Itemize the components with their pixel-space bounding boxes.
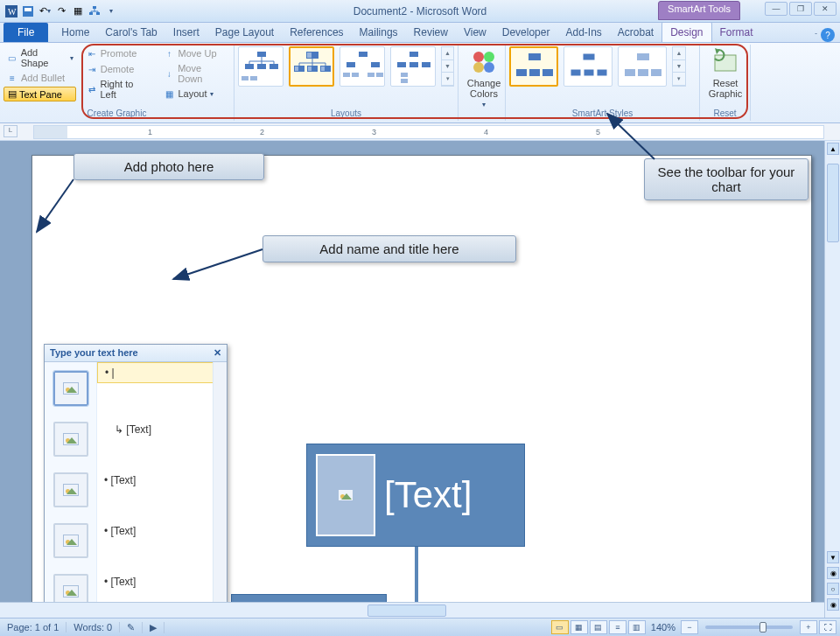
horizontal-ruler[interactable]: 1 2 3 4 5	[33, 125, 824, 139]
horizontal-scrollbar[interactable]	[0, 602, 824, 618]
text-pane-item-1[interactable]: • |	[97, 362, 227, 383]
move-up-button[interactable]: ↑Move Up	[161, 46, 231, 60]
thumb-4[interactable]	[53, 523, 88, 558]
tab-references[interactable]: References	[282, 23, 351, 42]
thumb-3[interactable]	[53, 472, 88, 507]
minimize-ribbon-icon[interactable]: ˇ	[815, 31, 817, 39]
vertical-scroll-thumb[interactable]	[827, 164, 839, 242]
svg-rect-4	[93, 6, 96, 9]
tab-design[interactable]: Design	[662, 22, 711, 42]
file-tab[interactable]: File	[4, 23, 48, 42]
zoom-fit-button[interactable]: ⛶	[819, 620, 836, 634]
word-app-icon[interactable]: W	[4, 3, 19, 19]
style-option-2[interactable]	[564, 46, 612, 87]
layout-option-3[interactable]	[340, 46, 385, 87]
zoom-out-button[interactable]: −	[681, 620, 698, 634]
spinner-down-icon[interactable]: ▼	[442, 60, 453, 73]
smartart-root-node[interactable]: [Text]	[306, 444, 525, 547]
restore-button[interactable]: ❐	[789, 2, 812, 16]
status-page[interactable]: Page: 1 of 1	[0, 622, 66, 633]
tab-review[interactable]: Review	[406, 23, 456, 42]
view-outline[interactable]: ≡	[609, 620, 626, 634]
view-print-layout[interactable]: ▭	[551, 620, 569, 634]
thumb-2[interactable]	[53, 422, 88, 457]
layout-button[interactable]: ▦Layout▾	[161, 87, 231, 101]
text-pane-item-2[interactable]: ↳ [Text]	[97, 420, 227, 439]
tab-insert[interactable]: Insert	[165, 23, 207, 42]
tab-home[interactable]: Home	[53, 23, 97, 42]
ribbon: ▭Add Shape▾ ≡Add Bullet ▤Text Pane ⇤Prom…	[0, 43, 840, 123]
prev-page-icon[interactable]: ◉	[827, 567, 839, 579]
text-pane-item-5[interactable]: • [Text]	[97, 572, 227, 591]
layouts-gallery-spinner[interactable]: ▲▼▾	[441, 46, 454, 87]
style-option-3[interactable]	[618, 46, 667, 87]
styles-gallery-spinner[interactable]: ▲▼▾	[672, 46, 686, 87]
browse-object-icon[interactable]: ○	[827, 583, 839, 595]
status-macro-icon[interactable]: ▶	[143, 622, 164, 633]
tab-carol[interactable]: Carol's Tab	[97, 23, 164, 42]
next-page-icon[interactable]: ◉	[827, 598, 839, 611]
horizontal-scroll-thumb[interactable]	[368, 605, 446, 617]
status-words[interactable]: Words: 0	[66, 622, 120, 633]
tab-addins[interactable]: Add-Ins	[557, 23, 609, 42]
zoom-level[interactable]: 140%	[648, 622, 679, 633]
thumb-1[interactable]	[53, 371, 88, 406]
smartart-root-picture-placeholder[interactable]	[316, 454, 375, 536]
zoom-in-button[interactable]: +	[800, 620, 817, 634]
zoom-slider-thumb[interactable]	[760, 622, 766, 633]
spinner-more-icon[interactable]: ▾	[442, 73, 453, 86]
tab-mailings[interactable]: Mailings	[352, 23, 406, 42]
close-button[interactable]: ✕	[814, 2, 836, 16]
qat-custom-icon[interactable]: ▦	[70, 3, 86, 19]
help-icon[interactable]: ?	[821, 28, 835, 42]
svg-point-35	[484, 52, 494, 62]
add-shape-button[interactable]: ▭Add Shape▾	[4, 46, 76, 69]
spinner-down-icon[interactable]: ▼	[673, 60, 685, 73]
qat-more-icon[interactable]: ▾	[103, 3, 119, 19]
svg-rect-46	[637, 53, 649, 60]
minimize-button[interactable]: —	[765, 2, 788, 16]
tab-acrobat[interactable]: Acrobat	[610, 23, 662, 42]
view-draft[interactable]: ▥	[628, 620, 646, 634]
tab-view[interactable]: View	[456, 23, 494, 42]
text-pane-close-icon[interactable]: ✕	[214, 347, 221, 359]
scroll-down-icon[interactable]: ▼	[827, 551, 839, 563]
text-pane-scrollbar[interactable]	[213, 362, 227, 618]
spinner-up-icon[interactable]: ▲	[673, 47, 685, 60]
scroll-up-icon[interactable]: ▲	[827, 143, 839, 155]
save-icon[interactable]	[20, 3, 36, 19]
redo-icon[interactable]: ↷	[53, 3, 69, 19]
tab-format[interactable]: Format	[712, 23, 761, 42]
view-full-screen[interactable]: ▦	[570, 620, 588, 634]
undo-icon[interactable]: ↶▾	[37, 3, 52, 19]
status-spellcheck-icon[interactable]: ✎	[120, 622, 143, 633]
layout-option-4[interactable]	[390, 46, 436, 87]
text-pane-item-4[interactable]: • [Text]	[97, 521, 227, 541]
layout-option-1[interactable]	[238, 46, 284, 87]
reset-graphic-button[interactable]: Reset Graphic	[704, 46, 747, 101]
view-web-layout[interactable]: ▤	[590, 620, 607, 634]
text-pane-button[interactable]: ▤Text Pane	[4, 87, 76, 101]
style-option-1-selected[interactable]	[509, 46, 558, 87]
qat-org-icon[interactable]	[87, 3, 102, 19]
smartart-root-text[interactable]: [Text]	[384, 474, 472, 516]
add-bullet-button[interactable]: ≡Add Bullet	[4, 71, 76, 85]
tab-selector[interactable]: L	[4, 125, 18, 137]
spinner-up-icon[interactable]: ▲	[442, 47, 453, 60]
tab-developer[interactable]: Developer	[494, 23, 558, 42]
zoom-slider[interactable]	[705, 626, 793, 629]
text-pane-list: • | ↳ [Text] • [Text] • [Text] • [Text]	[97, 362, 227, 618]
right-to-left-button[interactable]: ⇄Right to Left	[83, 78, 154, 101]
demote-button[interactable]: ⇥Demote	[83, 62, 154, 76]
vertical-scrollbar[interactable]: ▲ ▼ ◉ ○ ◉	[824, 141, 840, 618]
text-pane-label: Text Pane	[19, 89, 62, 100]
change-colors-button[interactable]: Change Colors▾	[462, 46, 506, 110]
tab-page-layout[interactable]: Page Layout	[207, 23, 282, 42]
layout-option-2-selected[interactable]	[289, 46, 334, 87]
text-pane-item-3[interactable]: • [Text]	[97, 471, 227, 490]
text-pane-item-label: [Text]	[111, 525, 136, 537]
move-down-button[interactable]: ↓Move Down	[161, 62, 231, 85]
promote-button[interactable]: ⇤Promote	[83, 46, 154, 60]
svg-rect-32	[401, 73, 408, 77]
spinner-more-icon[interactable]: ▾	[673, 73, 685, 86]
